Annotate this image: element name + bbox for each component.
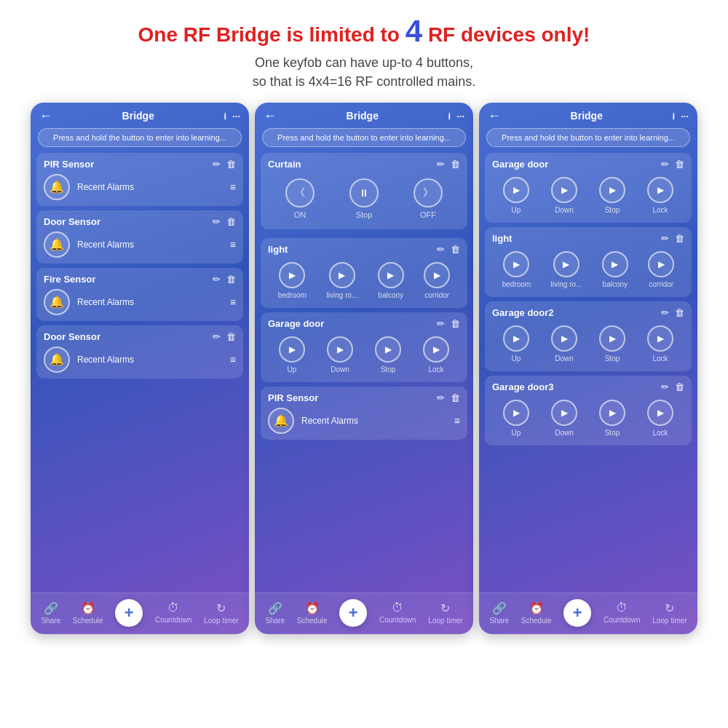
learn-button-2[interactable]: Press and hold the button to enter into … <box>262 128 466 147</box>
garage-lock-button-3a[interactable]: ▶ <box>647 177 673 203</box>
garage-lock-label-3a: Lock <box>652 206 668 214</box>
pir-card-2: PIR Sensor ✏ 🗑 🔔 Recent Alarms ≡ <box>261 387 467 440</box>
footer-schedule-2[interactable]: ⏰ Schedule <box>297 601 328 625</box>
pir-edit-icon[interactable]: ✏ <box>213 159 221 170</box>
garage-delete-icon-3a[interactable]: 🗑 <box>675 159 684 170</box>
garage-down-button-2[interactable]: ▶ <box>327 336 353 363</box>
info-icon-3[interactable]: i <box>673 111 676 122</box>
info-icon-2[interactable]: i <box>448 111 451 122</box>
fire-edit-icon[interactable]: ✏ <box>213 274 221 285</box>
door1-list-icon[interactable]: ≡ <box>230 239 236 250</box>
garage-stop-button-2[interactable]: ▶ <box>375 336 401 363</box>
door1-edit-icon[interactable]: ✏ <box>213 216 221 227</box>
door1-sensor-title: Door Sensor <box>44 216 100 227</box>
garage-edit-icon-3c[interactable]: ✏ <box>661 381 669 392</box>
garage-edit-icon-3b[interactable]: ✏ <box>661 307 669 318</box>
more-icon-3[interactable]: ··· <box>681 111 689 122</box>
light-edit-icon-3[interactable]: ✏ <box>661 233 669 244</box>
footer-plus-1[interactable]: + <box>115 599 143 627</box>
garage-down-button-3c[interactable]: ▶ <box>551 400 577 426</box>
pir-bell-button[interactable]: 🔔 <box>44 174 70 200</box>
door1-bell-button[interactable]: 🔔 <box>44 232 70 258</box>
footer-countdown-3[interactable]: ⏱ Countdown <box>604 601 641 624</box>
light-delete-icon-2[interactable]: 🗑 <box>451 244 460 255</box>
garage-lock-button-2[interactable]: ▶ <box>423 336 449 363</box>
garage-delete-icon-2[interactable]: 🗑 <box>451 318 460 329</box>
garage-down-button-3a[interactable]: ▶ <box>551 177 577 203</box>
info-icon-1[interactable]: i <box>224 111 227 122</box>
curtain-title: Curtain <box>268 159 301 170</box>
door2-card-icons: ✏ 🗑 <box>213 331 236 342</box>
pir-list-icon[interactable]: ≡ <box>230 181 236 193</box>
garage-down-button-3b[interactable]: ▶ <box>551 325 577 352</box>
garage-edit-icon-3a[interactable]: ✏ <box>661 159 669 170</box>
light-balcony-button-2[interactable]: ▶ <box>378 262 404 288</box>
learn-button-3[interactable]: Press and hold the button to enter into … <box>486 128 690 147</box>
footer-countdown-2[interactable]: ⏱ Countdown <box>379 601 416 624</box>
door2-delete-icon[interactable]: 🗑 <box>226 331 236 342</box>
pir-list-icon-2[interactable]: ≡ <box>454 415 460 427</box>
pir-bell-button-2[interactable]: 🔔 <box>268 408 294 434</box>
light-bedroom-button-2[interactable]: ▶ <box>279 262 305 288</box>
footer-schedule-3[interactable]: ⏰ Schedule <box>521 601 552 625</box>
garage-up-button-3b[interactable]: ▶ <box>503 325 529 352</box>
garage-lock-button-3b[interactable]: ▶ <box>647 325 673 352</box>
fire-bell-button[interactable]: 🔔 <box>44 289 70 315</box>
footer-loop-2[interactable]: ↻ Loop timer <box>428 601 462 625</box>
curtain-edit-icon[interactable]: ✏ <box>437 159 445 170</box>
garage-stop-label-3c: Stop <box>605 429 620 437</box>
device-card-pir-header: PIR Sensor ✏ 🗑 <box>44 159 236 170</box>
pir-delete-icon[interactable]: 🗑 <box>226 159 236 170</box>
garage-delete-icon-3c[interactable]: 🗑 <box>675 381 684 392</box>
light-bedroom-button-3[interactable]: ▶ <box>503 251 529 277</box>
back-button-2[interactable]: ← <box>264 108 277 124</box>
curtain-delete-icon[interactable]: 🗑 <box>451 159 460 170</box>
door2-edit-icon[interactable]: ✏ <box>213 331 221 342</box>
footer-share-2[interactable]: 🔗 Share <box>265 601 285 625</box>
light-balcony-button-3[interactable]: ▶ <box>602 251 628 277</box>
fire-delete-icon[interactable]: 🗑 <box>226 274 236 285</box>
more-icon-1[interactable]: ··· <box>232 111 240 122</box>
footer-share-1[interactable]: 🔗 Share <box>41 601 60 625</box>
light-delete-icon-3[interactable]: 🗑 <box>675 233 684 244</box>
more-icon-2[interactable]: ··· <box>456 111 464 122</box>
back-button-1[interactable]: ← <box>39 108 52 124</box>
footer-plus-3[interactable]: + <box>563 599 591 627</box>
garage-up-group-3b: ▶ Up <box>503 325 529 363</box>
footer-loop-3[interactable]: ↻ Loop timer <box>652 601 687 625</box>
garage-up-button-3c[interactable]: ▶ <box>503 400 529 426</box>
pir-title-2: PIR Sensor <box>268 392 318 403</box>
light-corridor-button-3[interactable]: ▶ <box>648 251 674 277</box>
garage-delete-icon-3b[interactable]: 🗑 <box>675 307 684 318</box>
light-living-button-2[interactable]: ▶ <box>329 262 355 288</box>
fire-list-icon[interactable]: ≡ <box>230 296 236 308</box>
curtain-on-button[interactable]: 《 <box>285 178 314 207</box>
door2-list-icon[interactable]: ≡ <box>230 354 236 365</box>
garage-stop-button-3b[interactable]: ▶ <box>599 325 625 352</box>
countdown-icon-2: ⏱ <box>392 601 403 614</box>
garage-edit-icon-2[interactable]: ✏ <box>437 318 445 329</box>
garage-up-button-3a[interactable]: ▶ <box>503 177 529 203</box>
light-edit-icon-2[interactable]: ✏ <box>437 244 445 255</box>
light-corridor-button-2[interactable]: ▶ <box>424 262 450 288</box>
back-button-3[interactable]: ← <box>488 108 501 124</box>
footer-schedule-1[interactable]: ⏰ Schedule <box>73 601 103 625</box>
footer-loop-1[interactable]: ↻ Loop timer <box>204 601 238 625</box>
pir-edit-icon-2[interactable]: ✏ <box>437 392 445 403</box>
garage-lock-button-3c[interactable]: ▶ <box>647 400 673 426</box>
learn-button-1[interactable]: Press and hold the button to enter into … <box>38 128 242 147</box>
curtain-off-button[interactable]: 》 <box>414 178 443 207</box>
curtain-off-group: 》 OFF <box>414 178 443 219</box>
light-living-button-3[interactable]: ▶ <box>553 251 579 277</box>
footer-plus-2[interactable]: + <box>339 599 367 627</box>
garage-stop-button-3a[interactable]: ▶ <box>599 177 625 203</box>
footer-share-3[interactable]: 🔗 Share <box>489 601 509 625</box>
garage-stop-button-3c[interactable]: ▶ <box>599 400 625 426</box>
header-subtitle: One keyfob can have up-to 4 buttons, so … <box>15 54 713 90</box>
curtain-stop-button[interactable]: ⏸ <box>349 178 379 207</box>
footer-countdown-1[interactable]: ⏱ Countdown <box>155 601 192 624</box>
door1-delete-icon[interactable]: 🗑 <box>226 216 236 227</box>
pir-delete-icon-2[interactable]: 🗑 <box>451 392 460 403</box>
door2-bell-button[interactable]: 🔔 <box>44 347 70 373</box>
garage-up-button-2[interactable]: ▶ <box>279 336 305 363</box>
